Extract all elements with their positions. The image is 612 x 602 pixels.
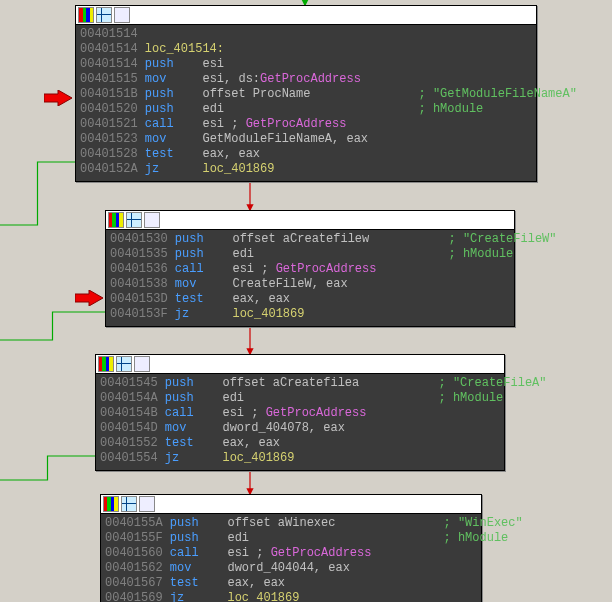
text-icon[interactable] bbox=[144, 212, 160, 228]
block-titlebar[interactable] bbox=[76, 6, 536, 25]
operands: edi bbox=[232, 247, 254, 261]
grid-icon[interactable] bbox=[116, 356, 132, 372]
address: 0040155A bbox=[105, 516, 163, 530]
asm-line: 0040152A jz loc_401869 bbox=[80, 162, 532, 177]
mnemonic: test bbox=[170, 576, 213, 590]
operands: edi bbox=[222, 391, 244, 405]
register: eax bbox=[263, 576, 285, 590]
register: esi bbox=[202, 57, 224, 71]
operand-text: CreateFileW, bbox=[232, 277, 326, 291]
graph-canvas[interactable]: 00401514 00401514 loc_401514:00401514 pu… bbox=[0, 0, 612, 602]
address: 00401560 bbox=[105, 546, 163, 560]
asm-line: 00401536 call esi ; GetProcAddress bbox=[110, 262, 510, 277]
colors-icon[interactable] bbox=[108, 212, 124, 228]
mnemonic: test bbox=[175, 292, 218, 306]
address: 00401521 bbox=[80, 117, 138, 131]
pointer-arrow-icon bbox=[44, 90, 72, 106]
operands: eax, eax bbox=[202, 147, 260, 161]
grid-icon[interactable] bbox=[126, 212, 142, 228]
jump-target: loc_401869 bbox=[227, 591, 299, 602]
text-icon[interactable] bbox=[139, 496, 155, 512]
address: 00401554 bbox=[100, 451, 158, 465]
asm-line: 0040154D mov dword_404078, eax bbox=[100, 421, 500, 436]
operand-text: , bbox=[244, 436, 258, 450]
operands: esi ; GetProcAddress bbox=[227, 546, 371, 560]
jump-target: loc_401869 bbox=[202, 162, 274, 176]
asm-line: 00401552 test eax, eax bbox=[100, 436, 500, 451]
colors-icon[interactable] bbox=[78, 7, 94, 23]
address: 00401536 bbox=[110, 262, 168, 276]
function-ref: GetProcAddress bbox=[271, 546, 372, 560]
asm-line: 0040154B call esi ; GetProcAddress bbox=[100, 406, 500, 421]
asm-line: 0040153F jz loc_401869 bbox=[110, 307, 510, 322]
block-titlebar[interactable] bbox=[106, 211, 514, 230]
asm-line: 0040155F push edi ; hModule bbox=[105, 531, 477, 546]
colors-icon[interactable] bbox=[98, 356, 114, 372]
address: 00401514 bbox=[80, 57, 138, 71]
function-ref: GetProcAddress bbox=[260, 72, 361, 86]
register: eax bbox=[222, 436, 244, 450]
mnemonic: mov bbox=[165, 421, 208, 435]
operands: CreateFileW, eax bbox=[232, 277, 347, 291]
operand-text: ; bbox=[249, 546, 271, 560]
address: 0040154B bbox=[100, 406, 158, 420]
block-titlebar[interactable] bbox=[101, 495, 481, 514]
disassembly-listing: 0040155A push offset aWinexec ; "WinExec… bbox=[101, 514, 481, 602]
operand-text: , bbox=[249, 576, 263, 590]
operand-text: ; bbox=[244, 406, 266, 420]
register: esi bbox=[227, 546, 249, 560]
operands: eax, eax bbox=[222, 436, 280, 450]
address: 00401567 bbox=[105, 576, 163, 590]
register: eax bbox=[326, 277, 348, 291]
mnemonic: push bbox=[165, 376, 208, 390]
mnemonic: call bbox=[175, 262, 218, 276]
operands: eax, eax bbox=[227, 576, 285, 590]
address: 0040153D bbox=[110, 292, 168, 306]
code-block[interactable]: 00401514 00401514 loc_401514:00401514 pu… bbox=[75, 5, 537, 182]
comment: ; "CreateFileW" bbox=[448, 232, 556, 246]
asm-line: 0040151B push offset ProcName ; "GetModu… bbox=[80, 87, 532, 102]
asm-line: 0040155A push offset aWinexec ; "WinExec… bbox=[105, 516, 477, 531]
comment: ; "CreateFileA" bbox=[438, 376, 546, 390]
operands: esi ; GetProcAddress bbox=[202, 117, 346, 131]
code-block[interactable]: 00401545 push offset aCreatefilea ; "Cre… bbox=[95, 354, 505, 471]
operand-text: , ds: bbox=[224, 72, 260, 86]
mnemonic: test bbox=[145, 147, 188, 161]
asm-line: 00401528 test eax, eax bbox=[80, 147, 532, 162]
block-titlebar[interactable] bbox=[96, 355, 504, 374]
address: 0040152A bbox=[80, 162, 138, 176]
address: 00401530 bbox=[110, 232, 168, 246]
disassembly-listing: 00401530 push offset aCreatefilew ; "Cre… bbox=[106, 230, 514, 326]
mnemonic: push bbox=[145, 87, 188, 101]
code-block[interactable]: 0040155A push offset aWinexec ; "WinExec… bbox=[100, 494, 482, 602]
function-ref: GetProcAddress bbox=[246, 117, 347, 131]
grid-icon[interactable] bbox=[121, 496, 137, 512]
asm-line: 00401567 test eax, eax bbox=[105, 576, 477, 591]
address: 00401528 bbox=[80, 147, 138, 161]
text-icon[interactable] bbox=[114, 7, 130, 23]
grid-icon[interactable] bbox=[96, 7, 112, 23]
mnemonic: mov bbox=[175, 277, 218, 291]
register: eax bbox=[238, 147, 260, 161]
asm-line: 00401560 call esi ; GetProcAddress bbox=[105, 546, 477, 561]
asm-line: 00401538 mov CreateFileW, eax bbox=[110, 277, 510, 292]
operand-text: ; bbox=[254, 262, 276, 276]
asm-line: 00401520 push edi ; hModule bbox=[80, 102, 532, 117]
colors-icon[interactable] bbox=[103, 496, 119, 512]
comment: ; hModule bbox=[418, 102, 483, 116]
pointer-arrow-icon bbox=[75, 290, 103, 306]
code-block[interactable]: 00401530 push offset aCreatefilew ; "Cre… bbox=[105, 210, 515, 327]
function-ref: GetProcAddress bbox=[266, 406, 367, 420]
jump-target: loc_401869 bbox=[222, 451, 294, 465]
comment: ; hModule bbox=[448, 247, 513, 261]
operands: offset aCreatefilew bbox=[232, 232, 369, 246]
operands: loc_401869 bbox=[202, 162, 274, 176]
function-ref: GetProcAddress bbox=[276, 262, 377, 276]
text-icon[interactable] bbox=[134, 356, 150, 372]
address: 0040154D bbox=[100, 421, 158, 435]
asm-line: 00401514 loc_401514: bbox=[80, 42, 532, 57]
address: 00401552 bbox=[100, 436, 158, 450]
label: loc_401514: bbox=[145, 42, 224, 56]
mnemonic: mov bbox=[145, 72, 188, 86]
operand-text: dword_404044, bbox=[227, 561, 328, 575]
